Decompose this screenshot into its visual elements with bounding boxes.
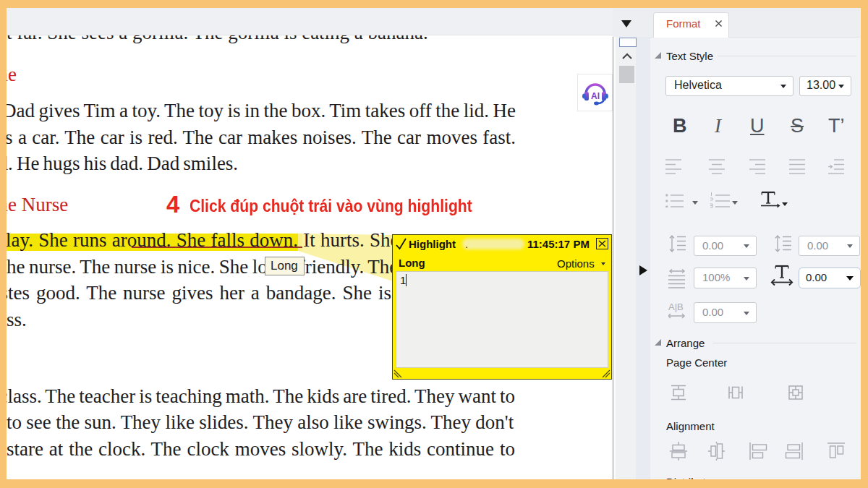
svg-text:AI: AI	[591, 91, 600, 101]
svg-text:A|B: A|B	[668, 301, 684, 312]
